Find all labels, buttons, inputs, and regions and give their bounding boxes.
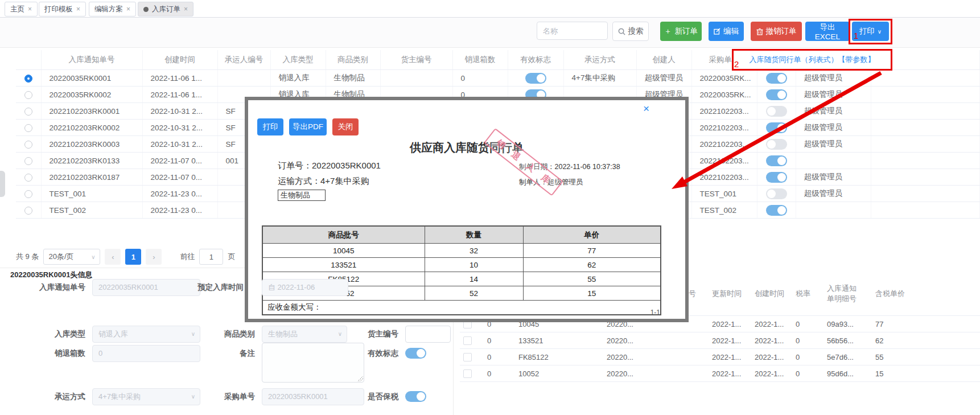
row-toggle[interactable] — [766, 73, 787, 84]
detail-cell-batch: FK85122 — [515, 349, 569, 365]
row-toggle[interactable] — [766, 155, 787, 166]
row-radio[interactable] — [24, 174, 32, 182]
cell-filler — [871, 186, 980, 202]
detail-cell-updated: 2022-1... — [709, 349, 751, 365]
search-input[interactable] — [537, 22, 608, 40]
detail-cell-num: 0 — [484, 332, 515, 349]
detail-cell-num: 0 — [484, 365, 515, 382]
detail-cell-price: 15 — [872, 365, 980, 382]
page-size-select[interactable]: 20条/页∨ — [43, 249, 100, 265]
row-toggle[interactable] — [766, 172, 787, 183]
owner-no-input[interactable] — [405, 326, 451, 343]
row-checkbox[interactable] — [463, 369, 472, 378]
doc-cell: 15 — [523, 286, 661, 301]
doc-header-row: 商品批号数量单价 — [262, 226, 661, 244]
page-1-button[interactable]: 1 — [125, 249, 141, 265]
row-checkbox[interactable] — [463, 336, 472, 345]
return-boxes-field[interactable]: 0 — [92, 345, 200, 362]
column-header: 货主编号 — [380, 50, 452, 70]
category-label: 商品类别 — [188, 326, 255, 343]
doc-cell: 10 — [425, 258, 523, 272]
export-excel-button[interactable]: 导出EXCEL — [805, 22, 850, 41]
detail-cell-created: 2022-1... — [751, 349, 792, 365]
tab-print-template[interactable]: 打印模板× — [39, 2, 86, 17]
trash-icon — [756, 28, 763, 35]
valid-flag-toggle[interactable] — [525, 73, 546, 84]
category-value: 生物制品 — [268, 330, 298, 338]
table-row[interactable]: 20220035RK00012022-11-06 1...销退入库生物制品04+… — [16, 70, 980, 87]
detail-row[interactable]: 0FK8512220220...2022-1...2022-1...05e7d6… — [460, 349, 980, 365]
modal-export-pdf-button[interactable]: 导出PDF — [289, 118, 327, 135]
row-toggle[interactable] — [766, 188, 787, 199]
owner-no-label: 货主编号 — [331, 326, 398, 343]
resize-grip[interactable] — [357, 376, 363, 381]
valid-flag-toggle[interactable] — [405, 348, 426, 359]
doc-page-indicator: 1-1 — [262, 309, 660, 317]
row-radio[interactable] — [24, 190, 32, 198]
row-toggle[interactable] — [766, 106, 787, 117]
cell-notify-no: 2022102203RK0187 — [41, 169, 142, 186]
bonded-toggle[interactable] — [405, 391, 426, 402]
doc-cell: 10045 — [262, 244, 425, 258]
flag2-cell — [757, 70, 796, 87]
row-radio[interactable] — [24, 207, 32, 215]
row-toggle[interactable] — [766, 122, 787, 133]
search-button[interactable]: 搜索 — [612, 22, 649, 41]
next-page-button[interactable]: › — [146, 249, 162, 265]
goto-page-input[interactable] — [199, 249, 223, 265]
plan-time-field[interactable]: 自 2022-11-06 — [262, 279, 348, 296]
tab-close-icon[interactable]: × — [126, 2, 130, 16]
row-radio[interactable] — [24, 108, 32, 116]
in-type-select[interactable]: 销退入库∨ — [92, 326, 200, 343]
search-button-label: 搜索 — [628, 26, 644, 36]
row-toggle[interactable] — [766, 139, 787, 150]
cell-notify-no: 2022102203RK0001 — [41, 103, 142, 120]
plus-icon: ＋ — [664, 26, 672, 36]
cancel-order-button[interactable]: 撤销订单 — [751, 22, 802, 41]
column-header — [16, 50, 41, 70]
detail-row[interactable]: 013352120220...2022-1...2022-1...056b56.… — [460, 332, 980, 349]
carry-mode-select[interactable]: 4+7集中采购∨ — [92, 388, 200, 405]
tab-close-icon[interactable]: × — [76, 2, 80, 16]
cell-create-time: 2022-11-23 0... — [142, 202, 217, 219]
row-radio[interactable] — [24, 157, 32, 165]
cell-updater: 超级管理员 — [796, 136, 871, 153]
row-toggle[interactable] — [766, 205, 787, 216]
plan-time-label: 预定入库时间 — [176, 279, 244, 296]
detail-cell-batch: 133521 — [515, 332, 569, 349]
new-order-button[interactable]: ＋新订单 — [660, 22, 702, 41]
row-checkbox[interactable] — [463, 353, 472, 361]
tab-home[interactable]: 主页× — [5, 2, 38, 17]
detail-row[interactable]: 01005220220...2022-1...2022-1...095d6d..… — [460, 365, 980, 382]
row-radio[interactable] — [24, 141, 32, 149]
doc-column-header: 数量 — [425, 226, 523, 244]
pagination-total: 共 9 条 — [16, 252, 39, 262]
detail-cell-tax: 0 — [792, 349, 823, 365]
modal-close-button[interactable]: 关闭 — [332, 118, 359, 135]
detail-column-header: 税率 — [792, 272, 823, 316]
prev-page-button[interactable]: ‹ — [105, 249, 121, 265]
row-radio[interactable] — [24, 75, 32, 83]
bonded-label: 是否保税 — [331, 388, 398, 405]
tab-close-icon[interactable]: × — [28, 2, 32, 16]
cell-create-time: 2022-10-31 2... — [142, 120, 217, 136]
close-icon[interactable]: × — [643, 102, 649, 115]
radio-cell — [16, 169, 41, 186]
row-radio[interactable] — [24, 91, 32, 99]
sidebar-collapse-handle[interactable] — [0, 171, 5, 197]
detail-column-header: 入库通知 单明细号 — [823, 272, 872, 316]
cell-create-time: 2022-11-06 1... — [142, 70, 217, 87]
row-toggle[interactable] — [766, 89, 787, 100]
cell-filler — [871, 120, 980, 136]
dropdown-item-list-style-report[interactable]: 入库随货同行单（列表式）【带参数】 — [732, 49, 892, 71]
cell-notify-no: 2022102203RK0133 — [41, 153, 142, 169]
row-radio[interactable] — [24, 124, 32, 132]
tab-edit-scheme[interactable]: 编辑方案× — [89, 2, 136, 17]
cell-filler — [871, 87, 980, 103]
tab-label: 主页 — [10, 2, 24, 16]
modal-print-button[interactable]: 打印 — [257, 118, 283, 135]
tab-inbound-order[interactable]: 入库订单× — [138, 2, 193, 17]
tab-close-icon[interactable]: × — [184, 2, 188, 16]
edit-label: 编辑 — [723, 26, 739, 36]
edit-button[interactable]: 编辑 — [709, 22, 744, 41]
